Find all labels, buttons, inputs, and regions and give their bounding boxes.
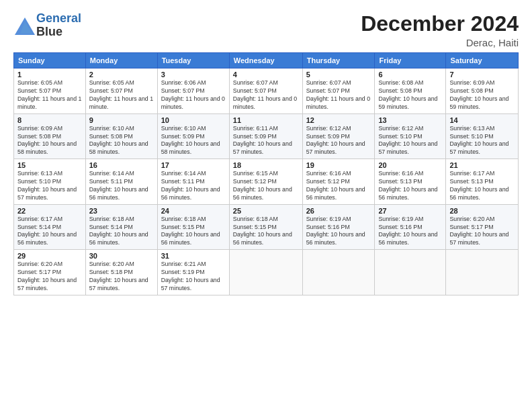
day-info: Sunrise: 6:10 AMSunset: 5:08 PMDaylight:…	[89, 125, 154, 157]
day-info: Sunrise: 6:11 AMSunset: 5:09 PMDaylight:…	[233, 125, 299, 157]
calendar-cell: 10Sunrise: 6:10 AMSunset: 5:09 PMDayligh…	[157, 113, 229, 159]
day-info: Sunrise: 6:14 AMSunset: 5:11 PMDaylight:…	[89, 170, 154, 202]
calendar-cell	[446, 250, 519, 295]
day-number: 19	[306, 161, 371, 169]
day-info: Sunrise: 6:06 AMSunset: 5:07 PMDaylight:…	[161, 79, 226, 111]
logo-line2: Blue	[36, 26, 81, 39]
day-info: Sunrise: 6:08 AMSunset: 5:08 PMDaylight:…	[378, 79, 442, 111]
day-info: Sunrise: 6:05 AMSunset: 5:07 PMDaylight:…	[17, 79, 82, 111]
day-number: 9	[89, 116, 154, 124]
day-number: 28	[449, 207, 515, 215]
day-number: 7	[449, 71, 515, 79]
calendar-cell: 19Sunrise: 6:16 AMSunset: 5:12 PMDayligh…	[302, 159, 375, 205]
day-number: 12	[306, 116, 371, 124]
day-info: Sunrise: 6:09 AMSunset: 5:08 PMDaylight:…	[17, 125, 82, 157]
day-info: Sunrise: 6:18 AMSunset: 5:15 PMDaylight:…	[233, 216, 299, 248]
calendar-cell	[375, 250, 446, 295]
calendar: SundayMondayTuesdayWednesdayThursdayFrid…	[13, 52, 519, 295]
day-number: 16	[89, 161, 154, 169]
calendar-cell: 22Sunrise: 6:17 AMSunset: 5:14 PMDayligh…	[14, 204, 86, 250]
weekday-header-saturday: Saturday	[446, 53, 519, 68]
day-info: Sunrise: 6:09 AMSunset: 5:08 PMDaylight:…	[449, 79, 515, 111]
weekday-header-sunday: Sunday	[14, 53, 86, 68]
calendar-cell: 31Sunrise: 6:21 AMSunset: 5:19 PMDayligh…	[157, 250, 229, 295]
calendar-cell: 21Sunrise: 6:17 AMSunset: 5:13 PMDayligh…	[446, 159, 519, 205]
day-number: 27	[378, 207, 442, 215]
calendar-cell: 15Sunrise: 6:13 AMSunset: 5:10 PMDayligh…	[14, 159, 86, 205]
day-number: 20	[378, 161, 442, 169]
calendar-cell: 5Sunrise: 6:07 AMSunset: 5:07 PMDaylight…	[302, 68, 375, 114]
calendar-cell: 20Sunrise: 6:16 AMSunset: 5:13 PMDayligh…	[375, 159, 446, 205]
day-info: Sunrise: 6:18 AMSunset: 5:15 PMDaylight:…	[161, 216, 226, 248]
day-info: Sunrise: 6:20 AMSunset: 5:17 PMDaylight:…	[17, 261, 82, 293]
day-info: Sunrise: 6:13 AMSunset: 5:10 PMDaylight:…	[449, 125, 515, 157]
logo: General Blue	[13, 12, 81, 39]
day-number: 2	[89, 71, 154, 79]
day-info: Sunrise: 6:12 AMSunset: 5:09 PMDaylight:…	[306, 125, 371, 157]
calendar-cell: 8Sunrise: 6:09 AMSunset: 5:08 PMDaylight…	[14, 113, 86, 159]
day-number: 26	[306, 207, 371, 215]
calendar-cell: 27Sunrise: 6:19 AMSunset: 5:16 PMDayligh…	[375, 204, 446, 250]
day-info: Sunrise: 6:20 AMSunset: 5:18 PMDaylight:…	[89, 261, 154, 293]
title-block: December 2024 Derac, Haiti	[361, 12, 519, 48]
day-number: 1	[17, 71, 82, 79]
calendar-cell: 7Sunrise: 6:09 AMSunset: 5:08 PMDaylight…	[446, 68, 519, 114]
day-number: 23	[89, 207, 154, 215]
day-info: Sunrise: 6:12 AMSunset: 5:10 PMDaylight:…	[378, 125, 442, 157]
day-number: 14	[449, 116, 515, 124]
calendar-cell: 13Sunrise: 6:12 AMSunset: 5:10 PMDayligh…	[375, 113, 446, 159]
calendar-cell: 12Sunrise: 6:12 AMSunset: 5:09 PMDayligh…	[302, 113, 375, 159]
calendar-cell: 25Sunrise: 6:18 AMSunset: 5:15 PMDayligh…	[229, 204, 302, 250]
logo-icon	[13, 16, 34, 35]
day-info: Sunrise: 6:15 AMSunset: 5:12 PMDaylight:…	[233, 170, 299, 202]
day-info: Sunrise: 6:17 AMSunset: 5:13 PMDaylight:…	[449, 170, 515, 202]
day-info: Sunrise: 6:10 AMSunset: 5:09 PMDaylight:…	[161, 125, 226, 157]
day-number: 13	[378, 116, 442, 124]
weekday-header-wednesday: Wednesday	[229, 53, 302, 68]
calendar-cell: 29Sunrise: 6:20 AMSunset: 5:17 PMDayligh…	[14, 250, 86, 295]
calendar-cell: 30Sunrise: 6:20 AMSunset: 5:18 PMDayligh…	[85, 250, 157, 295]
day-info: Sunrise: 6:16 AMSunset: 5:12 PMDaylight:…	[306, 170, 371, 202]
weekday-header-tuesday: Tuesday	[157, 53, 229, 68]
day-number: 11	[233, 116, 299, 124]
calendar-cell: 28Sunrise: 6:20 AMSunset: 5:17 PMDayligh…	[446, 204, 519, 250]
day-number: 8	[17, 116, 82, 124]
logo-line1: General	[36, 11, 81, 25]
day-info: Sunrise: 6:05 AMSunset: 5:07 PMDaylight:…	[89, 79, 154, 111]
calendar-cell: 11Sunrise: 6:11 AMSunset: 5:09 PMDayligh…	[229, 113, 302, 159]
day-number: 18	[233, 161, 299, 169]
calendar-cell: 24Sunrise: 6:18 AMSunset: 5:15 PMDayligh…	[157, 204, 229, 250]
day-info: Sunrise: 6:21 AMSunset: 5:19 PMDaylight:…	[161, 261, 226, 293]
weekday-header-thursday: Thursday	[302, 53, 375, 68]
day-number: 4	[233, 71, 299, 79]
calendar-cell: 23Sunrise: 6:18 AMSunset: 5:14 PMDayligh…	[85, 204, 157, 250]
day-info: Sunrise: 6:19 AMSunset: 5:16 PMDaylight:…	[378, 216, 442, 248]
calendar-cell	[302, 250, 375, 295]
calendar-cell: 18Sunrise: 6:15 AMSunset: 5:12 PMDayligh…	[229, 159, 302, 205]
day-number: 29	[17, 252, 82, 260]
day-number: 10	[161, 116, 226, 124]
day-info: Sunrise: 6:14 AMSunset: 5:11 PMDaylight:…	[161, 170, 226, 202]
logo-text: General Blue	[36, 12, 81, 39]
day-info: Sunrise: 6:07 AMSunset: 5:07 PMDaylight:…	[306, 79, 371, 111]
header: General Blue December 2024 Derac, Haiti	[13, 12, 519, 48]
day-number: 30	[89, 252, 154, 260]
day-number: 22	[17, 207, 82, 215]
day-info: Sunrise: 6:19 AMSunset: 5:16 PMDaylight:…	[306, 216, 371, 248]
calendar-cell: 2Sunrise: 6:05 AMSunset: 5:07 PMDaylight…	[85, 68, 157, 114]
calendar-cell: 6Sunrise: 6:08 AMSunset: 5:08 PMDaylight…	[375, 68, 446, 114]
day-number: 24	[161, 207, 226, 215]
calendar-cell: 9Sunrise: 6:10 AMSunset: 5:08 PMDaylight…	[85, 113, 157, 159]
calendar-cell: 16Sunrise: 6:14 AMSunset: 5:11 PMDayligh…	[85, 159, 157, 205]
day-number: 21	[449, 161, 515, 169]
day-number: 3	[161, 71, 226, 79]
day-number: 17	[161, 161, 226, 169]
day-info: Sunrise: 6:18 AMSunset: 5:14 PMDaylight:…	[89, 216, 154, 248]
day-number: 25	[233, 207, 299, 215]
day-info: Sunrise: 6:07 AMSunset: 5:07 PMDaylight:…	[233, 79, 299, 111]
calendar-cell: 14Sunrise: 6:13 AMSunset: 5:10 PMDayligh…	[446, 113, 519, 159]
calendar-cell	[229, 250, 302, 295]
calendar-cell: 1Sunrise: 6:05 AMSunset: 5:07 PMDaylight…	[14, 68, 86, 114]
day-number: 31	[161, 252, 226, 260]
calendar-cell: 4Sunrise: 6:07 AMSunset: 5:07 PMDaylight…	[229, 68, 302, 114]
